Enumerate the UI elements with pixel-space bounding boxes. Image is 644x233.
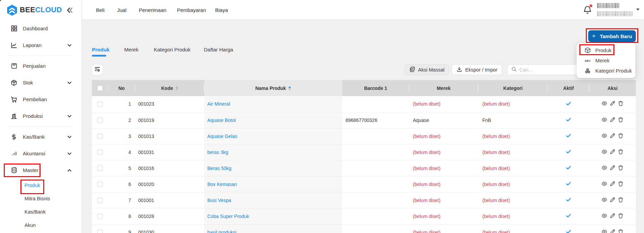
tab-daftar-harga[interactable]: Daftar Harga <box>204 47 233 52</box>
row-checkbox[interactable] <box>97 166 103 171</box>
cell-aksi <box>589 224 636 233</box>
tab-merek[interactable]: Merek <box>124 47 139 52</box>
header-nama-produk[interactable]: Nama Produk <box>204 80 342 96</box>
topnav-item-jual[interactable]: Jual <box>117 7 127 13</box>
cell-nama-produk: Box Kemasan <box>204 176 342 192</box>
delete-icon[interactable] <box>618 133 624 139</box>
topnav-item-pembayaran[interactable]: Pembayaran <box>177 7 206 13</box>
tab-produk[interactable]: Produk <box>92 47 110 52</box>
product-link[interactable]: beras 3kg <box>207 150 228 155</box>
sidebar-item-kas-bank[interactable]: Kas/Bank <box>0 128 82 145</box>
delete-icon[interactable] <box>618 213 624 219</box>
active-check-icon <box>565 214 571 220</box>
sidebar-item-label: Stok <box>23 80 33 86</box>
view-icon[interactable] <box>601 117 607 123</box>
edit-icon[interactable] <box>610 197 615 203</box>
cell-kategori: (belum diset) <box>478 96 548 112</box>
sidebar-item-stok[interactable]: Stok <box>0 74 82 91</box>
row-checkbox[interactable] <box>97 150 103 155</box>
sidebar-item-label: Kas/Bank <box>23 134 45 140</box>
product-link[interactable]: Coba Super Produk <box>207 214 249 219</box>
row-checkbox[interactable] <box>97 230 103 233</box>
ekspor-impor-button[interactable]: Ekspor / Impor <box>452 64 502 75</box>
view-icon[interactable] <box>601 181 607 187</box>
delete-icon[interactable] <box>618 181 624 187</box>
header-kode[interactable]: Kode <box>135 80 204 96</box>
view-icon[interactable] <box>601 149 607 155</box>
edit-icon[interactable] <box>610 181 615 187</box>
sidebar-subitem-kas-bank[interactable]: Kas/Bank <box>0 205 82 218</box>
cell-kode: 001019 <box>135 112 204 128</box>
view-icon[interactable] <box>601 165 607 171</box>
edit-icon[interactable] <box>610 229 615 233</box>
dropdown-item-merek[interactable]: ABCMerek <box>577 55 635 65</box>
product-link[interactable]: Beras 50kg <box>207 166 231 171</box>
product-link[interactable]: Busi Vespa <box>207 198 231 203</box>
tab-kategori-produk[interactable]: Kategori Produk <box>154 47 191 52</box>
sidebar-item-akuntansi[interactable]: Akuntansi <box>0 145 82 162</box>
sort-carets-icon[interactable] <box>288 86 291 90</box>
sidebar-subitem-mitra-bisnis[interactable]: Mitra Bisnis <box>0 192 82 205</box>
row-checkbox[interactable] <box>97 214 103 219</box>
delete-icon[interactable] <box>618 229 624 233</box>
user-area <box>577 0 639 19</box>
dropdown-item-label: Merek <box>595 58 610 63</box>
sidebar-item-label: Dashboard <box>23 26 48 31</box>
product-link[interactable]: Box Kemasan <box>207 182 237 187</box>
edit-icon[interactable] <box>610 165 615 171</box>
row-checkbox-cell <box>92 96 108 112</box>
edit-icon[interactable] <box>610 149 615 155</box>
sidebar-item-produksi[interactable]: Produksi <box>0 108 82 124</box>
tambah-baru-button[interactable]: + Tambah Baru <box>588 30 636 42</box>
delete-icon[interactable] <box>618 117 624 123</box>
view-icon[interactable] <box>601 213 607 219</box>
edit-icon[interactable] <box>610 133 615 139</box>
dropdown-item-kategori-produk[interactable]: Kategori Produk <box>577 66 635 76</box>
row-checkbox[interactable] <box>97 102 103 107</box>
column-settings-button[interactable] <box>92 64 103 75</box>
sidebar-item-master[interactable]: Master <box>0 162 82 178</box>
sidebar-item-pembelian[interactable]: Pembelian <box>0 91 82 108</box>
edit-icon[interactable] <box>610 100 615 106</box>
edit-icon[interactable] <box>610 213 615 219</box>
view-icon[interactable] <box>601 100 607 106</box>
select-all-checkbox[interactable] <box>97 86 103 91</box>
delete-icon[interactable] <box>618 197 624 203</box>
delete-icon[interactable] <box>618 165 624 171</box>
row-checkbox[interactable] <box>97 118 103 123</box>
topnav-item-penerimaan[interactable]: Penerimaan <box>139 7 166 13</box>
view-icon[interactable] <box>601 197 607 203</box>
sidebar-item-laporan[interactable]: Laporan <box>0 37 82 53</box>
row-checkbox-cell <box>92 112 108 128</box>
product-link[interactable]: Aquase Botol <box>207 118 236 123</box>
user-menu-caret-icon[interactable] <box>636 9 640 11</box>
cell-no: 7 <box>108 192 135 208</box>
cell-kategori: (belum diset) <box>478 192 548 208</box>
notification-bell-icon[interactable] <box>583 5 592 14</box>
sidebar-item-dashboard[interactable]: Dashboard <box>0 20 82 37</box>
product-link[interactable]: hasil produksi <box>207 230 237 233</box>
row-checkbox[interactable] <box>97 182 103 187</box>
product-link[interactable]: Air Mineral <box>207 101 230 107</box>
row-checkbox[interactable] <box>97 198 103 203</box>
sidebar-subitem-akun[interactable]: Akun <box>0 218 82 232</box>
edit-icon[interactable] <box>610 117 615 123</box>
row-checkbox[interactable] <box>97 134 103 139</box>
view-icon[interactable] <box>601 229 607 233</box>
aksi-massal-button[interactable]: Aksi Massal <box>405 64 449 75</box>
product-link[interactable]: Aquase Gelas <box>207 134 237 139</box>
topnav-item-biaya[interactable]: Biaya <box>215 7 228 13</box>
cell-kode: 001001 <box>135 192 204 208</box>
topnav-item-beli[interactable]: Beli <box>96 7 104 13</box>
dropdown-item-produk[interactable]: Produk <box>577 45 635 55</box>
view-icon[interactable] <box>601 133 607 139</box>
sidebar-collapse-icon[interactable] <box>66 7 73 14</box>
sort-carets-icon[interactable] <box>176 86 178 90</box>
download-icon <box>456 66 462 73</box>
sidebar-item-penjualan[interactable]: Penjualan <box>0 58 82 74</box>
sidebar-divider <box>8 56 74 56</box>
delete-icon[interactable] <box>618 100 624 106</box>
sidebar-subitem-produk[interactable]: Produk <box>0 178 82 192</box>
header-no: No <box>108 80 135 96</box>
delete-icon[interactable] <box>618 149 624 155</box>
